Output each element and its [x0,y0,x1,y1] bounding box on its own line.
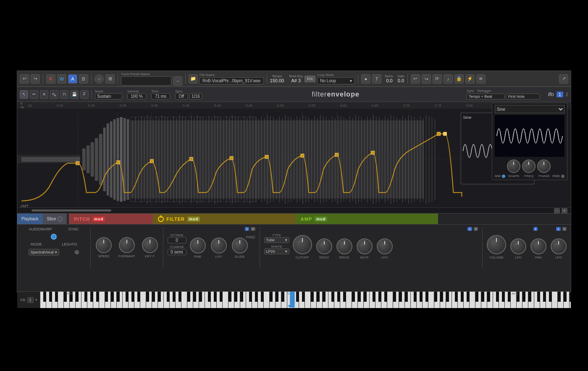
formant-knob[interactable] [119,237,135,253]
save-tool[interactable]: 💾 [70,90,79,99]
filter-type-dropdown[interactable]: Tube ▾ [264,237,289,243]
keyf-knob[interactable] [142,237,158,253]
lock-btn[interactable]: 🔒 [454,74,464,84]
mode-ctrl-dropdown[interactable]: SpectralVocal ▾ [29,249,59,256]
pb-value[interactable]: 2 [27,297,34,303]
filter-keyf-knob[interactable] [357,238,373,254]
lfo-shape-select[interactable]: Sine [495,105,564,113]
tab-slice[interactable]: Slice i [43,214,67,224]
select-tool[interactable]: ↖ [20,90,28,99]
volume-knob[interactable] [487,235,506,254]
cutoff-knob[interactable] [293,235,312,254]
redo-button[interactable]: ↪ [31,74,40,84]
loop-btn[interactable]: ⟳ [433,74,442,84]
folder-btn[interactable]: 📁 [189,74,198,84]
root-key-value[interactable]: A# 3 [291,78,301,83]
wave-shape-tool[interactable]: ⊓ [60,90,68,99]
scroll-area: - + [17,207,571,213]
note-btn[interactable]: ♪ [444,74,453,84]
norm-value[interactable]: 0.0 [386,78,392,83]
lfo-num2[interactable]: 2 [566,92,568,97]
undo2-btn[interactable]: ↩ [411,74,420,84]
drive-knob[interactable] [336,238,352,254]
amp-lfo-label: LFO [515,256,522,259]
preset-name-field[interactable] [121,76,171,86]
undo-button[interactable]: ↩ [20,74,29,84]
line-tool[interactable]: ∿ [50,90,58,99]
lfo-phase-knob-label: PHASE [538,174,550,178]
pan-knob[interactable] [530,238,546,254]
mirror-btn[interactable]: ↩ [422,74,431,84]
sync2-label: Sync [467,89,474,93]
mw-toggle[interactable] [502,175,505,178]
tempo-value[interactable]: 150.00 [270,78,284,83]
amp-lfo-knob[interactable] [510,238,526,254]
filter-lfo-knob[interactable] [377,238,393,254]
mode2-dropdown[interactable]: Sustain [95,93,122,99]
plus-btn[interactable]: + [562,208,567,213]
toolbar-sep-4 [185,74,186,84]
tab-pitch[interactable]: PITCH mod [69,214,153,224]
speed-label: SPEED [98,254,109,258]
tab-amp[interactable]: AMP mod [296,214,438,224]
filter-power-icon[interactable] [158,216,164,222]
wave-btn[interactable]: ≋ [476,74,486,84]
amp-section: 1 1 2 VOLUME LFO [483,227,571,268]
fix-button[interactable]: FIX [304,76,315,82]
b-button[interactable]: B [79,74,88,84]
playback-knobs: SPEED FORMANT KEY F [91,227,163,268]
loop-mode-dropdown[interactable]: No Loop ▾ [317,77,355,84]
circle-btn[interactable]: ○ [94,74,104,84]
lfo-num1[interactable]: 1 [556,91,563,97]
grid-tool[interactable]: F [80,90,89,99]
retrigger-dropdown[interactable]: First Note [506,94,540,99]
filter-shape-dropdown[interactable]: LP24 ▾ [264,248,289,254]
expand-btn[interactable]: ↗ [559,74,568,84]
audiowarp-toggle[interactable] [51,234,57,240]
eraser-tool[interactable]: ✕ [40,90,48,99]
pitch-glide-label: GLIDE [235,255,245,259]
sync-step[interactable]: 1/16 [189,93,202,99]
pitch-fine-label: FINE [194,255,201,259]
scroll-bar[interactable] [32,209,111,212]
tap-btn[interactable]: T [372,74,381,84]
a-button[interactable]: A [68,74,77,84]
preset-label: Track Preset Name [121,72,182,76]
preset-arrow-btn[interactable]: → [173,76,182,86]
tab-filter[interactable]: FILTER mod [153,214,296,224]
merge-btn[interactable]: ⊞ [105,74,115,84]
minus-btn[interactable]: - [554,208,560,213]
sync2-dropdown[interactable]: Tempo + Beat [467,94,504,99]
toolbar2-sep-1 [92,90,92,99]
mw-label: MW [495,174,501,178]
pitch-lfo-knob[interactable] [211,238,227,253]
pencil-tool[interactable]: ✏ [30,90,38,99]
tab-playback[interactable]: Playback [17,214,43,224]
sync-value[interactable]: Off [175,93,188,99]
gain-value[interactable]: 0.0 [398,78,404,83]
reso-knob[interactable] [316,238,332,254]
piano-keys-area[interactable]: A#0 A#3 A#6 [40,292,571,308]
time-value[interactable]: 71 ms [151,93,170,99]
record-btn[interactable]: ● [361,74,370,84]
time-label: Time [151,89,170,93]
lfo-shape-knob[interactable] [507,159,520,173]
speed-knob[interactable] [96,237,112,253]
lfo-freq-knob[interactable] [522,159,536,173]
legato-label: LEGATO [62,242,77,246]
rnd-toggle[interactable] [561,175,564,178]
legato-toggle[interactable] [75,250,79,254]
r-button[interactable]: R [46,74,55,84]
cutoff-label: CUTOFF [295,256,309,259]
svg-rect-12 [120,117,123,202]
pitch-fine-knob[interactable] [190,238,206,253]
pitch-glide-knob[interactable] [232,238,248,253]
lightning-btn[interactable]: ⚡ [465,74,475,84]
amp-lfo2-knob[interactable] [551,238,567,254]
lfo-phase-knob[interactable] [537,159,551,173]
lfo-panel: Sine MW [492,102,567,180]
w-button[interactable]: W [57,74,66,84]
velocity-value[interactable]: 100 % [127,93,146,99]
playback-tab-label: Playback [21,217,39,221]
coarse-input[interactable]: 0 semi [168,249,186,255]
